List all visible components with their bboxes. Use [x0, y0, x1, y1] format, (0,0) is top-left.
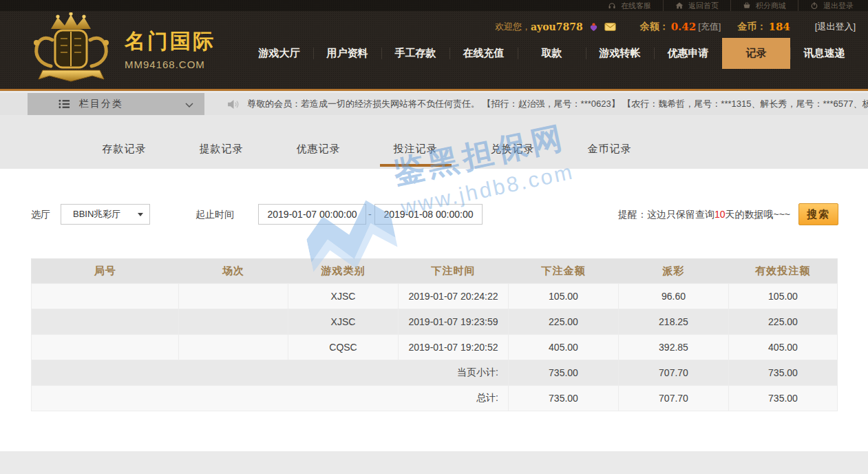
cell-payout: 96.60: [619, 284, 729, 309]
mail-icon[interactable]: [604, 23, 616, 31]
hall-select-value: BBIN兆彩厅: [73, 208, 120, 220]
date-from-input[interactable]: [258, 204, 366, 225]
cell-game-type: XJSC: [288, 284, 399, 309]
brand-name: 名门国际: [125, 28, 215, 56]
table-row: XJSC 2019-01-07 19:23:59 225.00 218.25 2…: [32, 309, 838, 335]
list-icon: [59, 99, 70, 109]
brand-text: 名门国际 MM94168.COM: [125, 28, 215, 70]
main-nav: 游戏大厅 用户资料 手工存款 在线充值 取款 游戏转帐 优惠申请 记录 讯息速递: [245, 38, 858, 69]
betting-records-page: 在线客服 返回首页 积分商城 退出登录: [0, 0, 868, 474]
logout-top-label: 退出登录: [823, 1, 854, 11]
coins-value: 184: [768, 21, 790, 33]
chevron-down-icon: [185, 99, 193, 110]
back-home-label: 返回首页: [688, 1, 719, 11]
total-row: 总计: 735.00 707.70 735.00: [32, 386, 838, 411]
search-button[interactable]: 搜索: [798, 203, 838, 225]
table-row: XJSC 2019-01-07 20:24:22 105.00 96.60 10…: [32, 284, 838, 309]
reminder-text: 提醒：这边只保留查询10天的数据哦~~~: [618, 209, 790, 221]
header-round-id: 局号: [32, 259, 179, 284]
online-service-label: 在线客服: [621, 1, 651, 11]
nav-item-withdraw[interactable]: 取款: [518, 38, 586, 69]
coins-label: 金币：: [737, 21, 766, 33]
category-dropdown[interactable]: 栏目分类: [28, 93, 204, 115]
speaker-icon: [227, 99, 240, 110]
headset-icon: [608, 1, 616, 10]
nav-item-online-recharge[interactable]: 在线充值: [449, 38, 518, 69]
subtotal-label: 当页小计:: [32, 360, 509, 386]
basket-icon: [743, 1, 751, 10]
cell-valid-bet: 105.00: [729, 284, 838, 309]
table-row: CQSC 2019-01-07 19:20:52 405.00 392.85 4…: [32, 335, 838, 360]
cell-session: [179, 309, 288, 335]
date-separator: -: [368, 209, 372, 220]
records-content-panel: 选厅 BBIN兆彩厅 起止时间 - 提醒：这边只保留查询10天的数据哦~~~ 搜…: [0, 169, 868, 451]
subtotal-valid-bet: 735.00: [729, 360, 838, 386]
cell-payout: 392.85: [619, 335, 729, 360]
header-bet-amount: 下注金额: [509, 259, 619, 284]
points-mall-label: 积分商城: [756, 1, 786, 11]
header-game-type: 游戏类别: [288, 259, 399, 284]
cell-session: [179, 284, 288, 309]
cell-round-id: [32, 309, 179, 335]
home-icon: [675, 1, 684, 10]
nav-item-game-hall[interactable]: 游戏大厅: [245, 38, 313, 69]
username: ayou7878: [531, 21, 583, 32]
nav-item-messages[interactable]: 讯息速递: [790, 38, 858, 69]
announcement-text: 尊敬的会员：若造成一切的经济损失网站将不负任何责任。 【招行：赵治强，尾号：**…: [247, 98, 868, 110]
tab-deposit-records[interactable]: 存款记录: [76, 115, 173, 169]
logout-link[interactable]: [退出登入]: [815, 21, 856, 33]
date-to-input[interactable]: [374, 204, 483, 225]
cell-valid-bet: 225.00: [729, 309, 838, 335]
tab-exchange-records[interactable]: 兑换记录: [464, 115, 561, 169]
nav-item-records[interactable]: 记录: [722, 38, 790, 69]
balance-value: 0.42: [671, 21, 697, 33]
total-bet-amount: 735.00: [509, 386, 619, 411]
online-service-link[interactable]: 在线客服: [596, 0, 663, 11]
brand-domain: MM94168.COM: [125, 59, 215, 70]
points-mall-link[interactable]: 积分商城: [730, 0, 798, 11]
hall-select[interactable]: BBIN兆彩厅: [61, 204, 150, 225]
cell-round-id: [32, 284, 179, 309]
dropdown-arrow-icon: [138, 213, 143, 216]
cell-bet-time: 2019-01-07 19:23:59: [399, 309, 509, 335]
balance-label: 余额：: [640, 21, 669, 33]
cell-bet-time: 2019-01-07 19:20:52: [399, 335, 509, 360]
recharge-link[interactable]: [充值]: [698, 21, 721, 33]
cell-bet-amount: 405.00: [509, 335, 619, 360]
table-header-row: 局号 场次 游戏类别 下注时间 下注金额 派彩 有效投注额: [32, 259, 838, 284]
brand-crest-logo: [25, 12, 118, 85]
record-tabs-area: 存款记录 提款记录 优惠记录 投注记录 兑换记录 金币记录: [0, 115, 868, 169]
nav-item-promotion[interactable]: 优惠申请: [654, 38, 722, 69]
cell-session: [179, 335, 288, 360]
record-tabs: 存款记录 提款记录 优惠记录 投注记录 兑换记录 金币记录: [76, 115, 658, 169]
nav-item-profile[interactable]: 用户资料: [313, 38, 381, 69]
cell-payout: 218.25: [619, 309, 729, 335]
header-valid-bet: 有效投注额: [729, 259, 838, 284]
brand-home-link[interactable]: 名门国际 MM94168.COM: [25, 12, 215, 85]
header-payout: 派彩: [619, 259, 729, 284]
time-range-label: 起止时间: [195, 209, 234, 221]
category-label: 栏目分类: [79, 98, 123, 110]
subtotal-row: 当页小计: 735.00 707.70 735.00: [32, 360, 838, 386]
total-valid-bet: 735.00: [729, 386, 838, 411]
utility-topbar: 在线客服 返回首页 积分商城 退出登录: [0, 0, 868, 11]
reminder-pre: 提醒：这边只保留查询: [618, 209, 714, 220]
vip-heart-icon: [589, 23, 598, 32]
power-icon: [810, 1, 818, 10]
nav-item-game-transfer[interactable]: 游戏转帐: [586, 38, 654, 69]
tab-withdraw-records[interactable]: 提款记录: [173, 115, 270, 169]
coins-group: 金币： 184: [737, 21, 790, 33]
hall-label: 选厅: [31, 209, 50, 221]
subtotal-bet-amount: 735.00: [509, 360, 619, 386]
tab-coin-records[interactable]: 金币记录: [561, 115, 658, 169]
cell-game-type: XJSC: [288, 309, 399, 335]
subtotal-payout: 707.70: [619, 360, 729, 386]
balance-group: 余额： 0.42 [充值]: [640, 21, 721, 33]
back-home-link[interactable]: 返回首页: [663, 0, 730, 11]
tab-bet-records[interactable]: 投注记录: [367, 115, 464, 169]
tab-promo-records[interactable]: 优惠记录: [270, 115, 367, 169]
reminder-days: 10: [714, 209, 726, 220]
nav-item-manual-deposit[interactable]: 手工存款: [381, 38, 449, 69]
cell-bet-time: 2019-01-07 20:24:22: [399, 284, 509, 309]
logout-top-link[interactable]: 退出登录: [798, 0, 865, 11]
